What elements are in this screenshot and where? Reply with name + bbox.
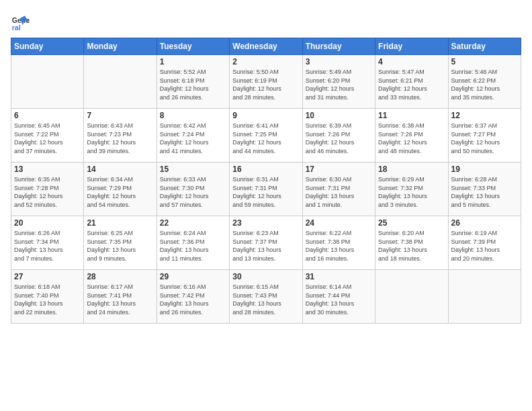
calendar-cell: 26Sunrise: 6:19 AM Sunset: 7:39 PM Dayli… (448, 216, 521, 270)
calendar-cell: 8Sunrise: 6:42 AM Sunset: 7:24 PM Daylig… (157, 109, 229, 163)
day-number: 5 (451, 57, 518, 66)
weekday-header-wednesday: Wednesday (230, 38, 302, 55)
cell-content: Sunrise: 6:25 AM Sunset: 7:35 PM Dayligh… (87, 229, 153, 263)
day-number: 18 (378, 165, 445, 174)
day-number: 25 (378, 218, 445, 228)
calendar-cell: 10Sunrise: 6:39 AM Sunset: 7:26 PM Dayli… (302, 109, 375, 163)
calendar-cell: 30Sunrise: 6:15 AM Sunset: 7:43 PM Dayli… (230, 270, 302, 324)
cell-content: Sunrise: 5:49 AM Sunset: 6:20 PM Dayligh… (306, 68, 372, 101)
svg-text:ral: ral (12, 24, 21, 32)
calendar-cell: 18Sunrise: 6:29 AM Sunset: 7:32 PM Dayli… (375, 163, 448, 216)
cell-content: Sunrise: 6:35 AM Sunset: 7:28 PM Dayligh… (14, 175, 81, 209)
cell-content: Sunrise: 6:43 AM Sunset: 7:23 PM Dayligh… (87, 122, 153, 155)
calendar-cell (448, 270, 521, 324)
week-row-3: 20Sunrise: 6:26 AM Sunset: 7:34 PM Dayli… (11, 216, 521, 270)
calendar-cell: 1Sunrise: 5:52 AM Sunset: 6:18 PM Daylig… (157, 55, 229, 109)
calendar-cell: 24Sunrise: 6:22 AM Sunset: 7:38 PM Dayli… (302, 216, 375, 270)
calendar-cell: 22Sunrise: 6:24 AM Sunset: 7:36 PM Dayli… (157, 216, 229, 270)
calendar-cell: 3Sunrise: 5:49 AM Sunset: 6:20 PM Daylig… (302, 55, 375, 109)
cell-content: Sunrise: 6:29 AM Sunset: 7:32 PM Dayligh… (378, 175, 445, 209)
weekday-header-friday: Friday (375, 38, 448, 55)
day-number: 14 (87, 165, 153, 174)
calendar-cell: 29Sunrise: 6:16 AM Sunset: 7:42 PM Dayli… (157, 270, 229, 324)
day-number: 1 (160, 57, 226, 66)
calendar-cell: 19Sunrise: 6:28 AM Sunset: 7:33 PM Dayli… (448, 163, 521, 216)
calendar-cell (11, 55, 84, 109)
day-number: 17 (306, 165, 372, 174)
week-row-1: 6Sunrise: 6:45 AM Sunset: 7:22 PM Daylig… (11, 109, 521, 163)
calendar-cell: 23Sunrise: 6:23 AM Sunset: 7:37 PM Dayli… (230, 216, 302, 270)
cell-content: Sunrise: 6:18 AM Sunset: 7:40 PM Dayligh… (14, 283, 81, 316)
calendar-cell: 9Sunrise: 6:41 AM Sunset: 7:25 PM Daylig… (230, 109, 302, 163)
day-number: 20 (14, 218, 81, 228)
cell-content: Sunrise: 6:16 AM Sunset: 7:42 PM Dayligh… (160, 283, 226, 316)
cell-content: Sunrise: 6:28 AM Sunset: 7:33 PM Dayligh… (451, 175, 518, 209)
cell-content: Sunrise: 6:31 AM Sunset: 7:31 PM Dayligh… (232, 175, 299, 209)
day-number: 31 (306, 272, 372, 281)
cell-content: Sunrise: 6:14 AM Sunset: 7:44 PM Dayligh… (306, 283, 372, 316)
calendar-cell: 4Sunrise: 5:47 AM Sunset: 6:21 PM Daylig… (375, 55, 448, 109)
day-number: 2 (232, 57, 299, 66)
day-number: 23 (232, 218, 299, 228)
calendar-cell: 15Sunrise: 6:33 AM Sunset: 7:30 PM Dayli… (157, 163, 229, 216)
weekday-header-monday: Monday (84, 38, 157, 55)
cell-content: Sunrise: 5:50 AM Sunset: 6:19 PM Dayligh… (232, 68, 299, 101)
calendar-cell: 12Sunrise: 6:37 AM Sunset: 7:27 PM Dayli… (448, 109, 521, 163)
logo-icon: Gene ral (11, 13, 30, 32)
day-number: 30 (232, 272, 299, 281)
day-number: 15 (160, 165, 226, 174)
day-number: 19 (451, 165, 518, 174)
cell-content: Sunrise: 6:15 AM Sunset: 7:43 PM Dayligh… (232, 283, 299, 316)
week-row-2: 13Sunrise: 6:35 AM Sunset: 7:28 PM Dayli… (11, 163, 521, 216)
calendar-cell: 20Sunrise: 6:26 AM Sunset: 7:34 PM Dayli… (11, 216, 84, 270)
cell-content: Sunrise: 5:47 AM Sunset: 6:21 PM Dayligh… (378, 68, 445, 101)
day-number: 4 (378, 57, 445, 66)
cell-content: Sunrise: 5:52 AM Sunset: 6:18 PM Dayligh… (160, 68, 226, 101)
day-number: 29 (160, 272, 226, 281)
weekday-header-tuesday: Tuesday (157, 38, 229, 55)
day-number: 6 (14, 111, 81, 120)
calendar-cell: 25Sunrise: 6:20 AM Sunset: 7:38 PM Dayli… (375, 216, 448, 270)
cell-content: Sunrise: 6:41 AM Sunset: 7:25 PM Dayligh… (232, 122, 299, 155)
weekday-header-thursday: Thursday (302, 38, 375, 55)
calendar-cell: 13Sunrise: 6:35 AM Sunset: 7:28 PM Dayli… (11, 163, 84, 216)
weekday-header-sunday: Sunday (11, 38, 84, 55)
calendar-cell: 27Sunrise: 6:18 AM Sunset: 7:40 PM Dayli… (11, 270, 84, 324)
logo: Gene ral (11, 13, 32, 32)
cell-content: Sunrise: 6:22 AM Sunset: 7:38 PM Dayligh… (306, 229, 372, 263)
calendar-cell (84, 55, 157, 109)
page-header: Gene ral (11, 11, 521, 32)
cell-content: Sunrise: 6:34 AM Sunset: 7:29 PM Dayligh… (87, 175, 153, 209)
cell-content: Sunrise: 6:39 AM Sunset: 7:26 PM Dayligh… (306, 122, 372, 155)
calendar-cell: 7Sunrise: 6:43 AM Sunset: 7:23 PM Daylig… (84, 109, 157, 163)
day-number: 27 (14, 272, 81, 281)
calendar-cell: 28Sunrise: 6:17 AM Sunset: 7:41 PM Dayli… (84, 270, 157, 324)
cell-content: Sunrise: 6:37 AM Sunset: 7:27 PM Dayligh… (451, 122, 518, 155)
weekday-header-saturday: Saturday (448, 38, 521, 55)
day-number: 24 (306, 218, 372, 228)
cell-content: Sunrise: 6:17 AM Sunset: 7:41 PM Dayligh… (87, 283, 153, 316)
day-number: 22 (160, 218, 226, 228)
cell-content: Sunrise: 6:38 AM Sunset: 7:26 PM Dayligh… (378, 122, 445, 155)
calendar-cell (375, 270, 448, 324)
cell-content: Sunrise: 6:20 AM Sunset: 7:38 PM Dayligh… (378, 229, 445, 263)
cell-content: Sunrise: 6:26 AM Sunset: 7:34 PM Dayligh… (14, 229, 81, 263)
cell-content: Sunrise: 6:42 AM Sunset: 7:24 PM Dayligh… (160, 122, 226, 155)
cell-content: Sunrise: 6:45 AM Sunset: 7:22 PM Dayligh… (14, 122, 81, 155)
cell-content: Sunrise: 6:19 AM Sunset: 7:39 PM Dayligh… (451, 229, 518, 263)
weekday-header-row: SundayMondayTuesdayWednesdayThursdayFrid… (11, 38, 521, 55)
day-number: 3 (306, 57, 372, 66)
day-number: 10 (306, 111, 372, 120)
cell-content: Sunrise: 5:46 AM Sunset: 6:22 PM Dayligh… (451, 68, 518, 101)
day-number: 9 (232, 111, 299, 120)
calendar-cell: 14Sunrise: 6:34 AM Sunset: 7:29 PM Dayli… (84, 163, 157, 216)
week-row-0: 1Sunrise: 5:52 AM Sunset: 6:18 PM Daylig… (11, 55, 521, 109)
day-number: 12 (451, 111, 518, 120)
cell-content: Sunrise: 6:23 AM Sunset: 7:37 PM Dayligh… (232, 229, 299, 263)
calendar-cell: 5Sunrise: 5:46 AM Sunset: 6:22 PM Daylig… (448, 55, 521, 109)
calendar-cell: 17Sunrise: 6:30 AM Sunset: 7:31 PM Dayli… (302, 163, 375, 216)
day-number: 11 (378, 111, 445, 120)
calendar-cell: 6Sunrise: 6:45 AM Sunset: 7:22 PM Daylig… (11, 109, 84, 163)
calendar-cell: 21Sunrise: 6:25 AM Sunset: 7:35 PM Dayli… (84, 216, 157, 270)
day-number: 13 (14, 165, 81, 174)
